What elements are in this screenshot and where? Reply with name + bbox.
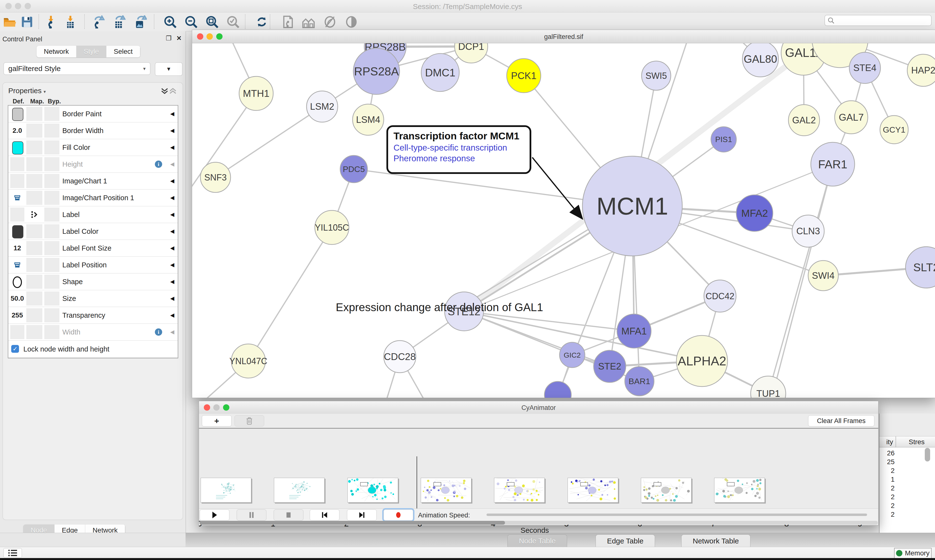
- def-cell[interactable]: [10, 140, 24, 154]
- expand-row-icon[interactable]: ◀: [170, 173, 174, 189]
- add-frame-button[interactable]: +: [202, 415, 231, 426]
- network-node-PIS1[interactable]: PIS1: [711, 127, 736, 152]
- expand-row-icon[interactable]: ◀: [170, 223, 174, 240]
- zoom-out-button[interactable]: [184, 14, 199, 29]
- tab-style[interactable]: Style: [76, 46, 106, 57]
- annotation-link[interactable]: Pheromone response: [393, 154, 524, 163]
- network-node-GAL2[interactable]: GAL2: [788, 105, 819, 136]
- network-node-RPS28A[interactable]: RPS28A: [353, 48, 400, 94]
- delete-frame-button[interactable]: [235, 415, 264, 426]
- network-node-GAL80[interactable]: GAL80: [742, 43, 778, 77]
- timeline-playhead[interactable]: [417, 456, 417, 510]
- network-window-titlebar[interactable]: galFiltered.sif: [192, 30, 935, 43]
- table-column-ity[interactable]: ity: [879, 438, 893, 446]
- frame-thumbnail-3[interactable]: [421, 478, 471, 503]
- property-row-label-font-size[interactable]: 12Label Font Size◀: [8, 240, 178, 257]
- table-cell-value[interactable]: 26: [879, 449, 895, 457]
- map-cell[interactable]: [26, 174, 42, 188]
- expand-row-icon[interactable]: ◀: [170, 156, 174, 172]
- zoom-selected-button[interactable]: [225, 14, 241, 29]
- cyanimator-titlebar[interactable]: CyAnimator: [199, 401, 878, 414]
- pause-button[interactable]: [237, 509, 266, 521]
- annotation-link[interactable]: Cell-type-specific transcription: [393, 143, 524, 152]
- byp-cell[interactable]: [44, 191, 59, 205]
- expand-row-icon[interactable]: ◀: [170, 324, 174, 340]
- byp-cell[interactable]: [44, 174, 59, 188]
- timeline-area[interactable]: 0123456789 Seconds: [199, 429, 878, 508]
- map-cell[interactable]: [26, 241, 42, 255]
- byp-cell[interactable]: [44, 140, 59, 154]
- frame-thumbnail-6[interactable]: [641, 478, 691, 503]
- open-session-button[interactable]: [2, 14, 17, 29]
- property-row-width[interactable]: Widthi◀: [8, 324, 178, 341]
- animation-speed-slider[interactable]: [486, 514, 867, 516]
- def-cell[interactable]: [10, 107, 24, 121]
- byp-cell[interactable]: [44, 224, 59, 238]
- properties-header[interactable]: Properties ▾: [8, 86, 46, 95]
- table-body[interactable]: 2625212222: [879, 448, 935, 533]
- import-network-button[interactable]: [44, 14, 59, 29]
- network-node-FAR1[interactable]: FAR1: [811, 142, 855, 186]
- table-cell-value[interactable]: 2: [879, 493, 895, 501]
- network-edge[interactable]: [216, 106, 322, 177]
- map-cell[interactable]: [26, 308, 42, 322]
- float-panel-icon[interactable]: ❐: [166, 35, 171, 42]
- byp-cell[interactable]: [44, 291, 59, 306]
- zoom-in-button[interactable]: [163, 14, 178, 29]
- expand-row-icon[interactable]: ◀: [170, 240, 174, 256]
- network-node-GAL7[interactable]: GAL7: [835, 101, 868, 134]
- save-session-button[interactable]: [20, 14, 35, 29]
- expand-row-icon[interactable]: ◀: [170, 206, 174, 223]
- close-panel-icon[interactable]: ✕: [176, 35, 182, 42]
- def-cell[interactable]: [10, 224, 24, 238]
- table-scrollbar[interactable]: [925, 448, 930, 462]
- map-cell[interactable]: [26, 275, 42, 289]
- style-options-button[interactable]: ▼: [155, 62, 183, 76]
- property-row-border-width[interactable]: 2.0Border Width◀: [8, 122, 178, 139]
- map-cell[interactable]: [26, 224, 42, 238]
- property-row-height[interactable]: Heighti◀: [8, 156, 178, 173]
- hide-details-button[interactable]: [322, 14, 338, 29]
- map-cell[interactable]: [26, 208, 42, 222]
- network-node-MCM1[interactable]: MCM1: [582, 156, 682, 256]
- property-row-border-paint[interactable]: Border Paint◀: [8, 106, 178, 122]
- byp-cell[interactable]: [44, 275, 59, 289]
- search-input[interactable]: [824, 15, 932, 26]
- frame-thumbnail-5[interactable]: [568, 478, 618, 503]
- network-node-GCY1[interactable]: GCY1: [880, 115, 908, 144]
- def-cell[interactable]: 2.0: [10, 123, 24, 138]
- tab-select[interactable]: Select: [106, 46, 140, 57]
- byp-cell[interactable]: [44, 107, 59, 121]
- byp-cell[interactable]: [44, 241, 59, 255]
- network-node-SNF3[interactable]: SNF3: [201, 162, 231, 192]
- property-row-fill-color[interactable]: Fill Color◀: [8, 139, 178, 156]
- network-node-STE4[interactable]: STE4: [849, 52, 881, 83]
- frame-thumbnail-7[interactable]: [714, 478, 765, 503]
- color-swatch[interactable]: [12, 142, 23, 154]
- expand-row-icon[interactable]: ◀: [170, 122, 174, 139]
- expand-row-icon[interactable]: ◀: [170, 274, 174, 290]
- def-cell[interactable]: 12: [10, 241, 24, 255]
- byp-cell[interactable]: [44, 308, 59, 322]
- map-cell[interactable]: [26, 140, 42, 154]
- refresh-view-button[interactable]: [254, 14, 269, 29]
- expand-row-icon[interactable]: ◀: [170, 189, 174, 206]
- map-cell[interactable]: [26, 291, 42, 306]
- import-table-button[interactable]: [63, 14, 79, 29]
- def-cell[interactable]: [10, 258, 24, 272]
- network-document-button[interactable]: [281, 14, 296, 29]
- info-icon[interactable]: i: [155, 160, 162, 168]
- map-cell[interactable]: [26, 157, 42, 171]
- map-cell[interactable]: [26, 258, 42, 272]
- skip-to-start-button[interactable]: [310, 509, 339, 521]
- expand-row-icon[interactable]: ◀: [170, 106, 174, 122]
- table-cell-value[interactable]: 2: [879, 485, 895, 492]
- property-row-label[interactable]: Label◀: [8, 206, 178, 223]
- network-node-BAR1[interactable]: BAR1: [625, 366, 654, 396]
- map-cell[interactable]: [26, 325, 42, 339]
- property-row-label-position[interactable]: Label Position◀: [8, 257, 178, 274]
- tab-network[interactable]: Network: [37, 46, 76, 57]
- network-node-MFA1[interactable]: MFA1: [617, 314, 651, 348]
- def-cell[interactable]: [10, 174, 24, 188]
- network-node-PCK1[interactable]: PCK1: [507, 58, 541, 93]
